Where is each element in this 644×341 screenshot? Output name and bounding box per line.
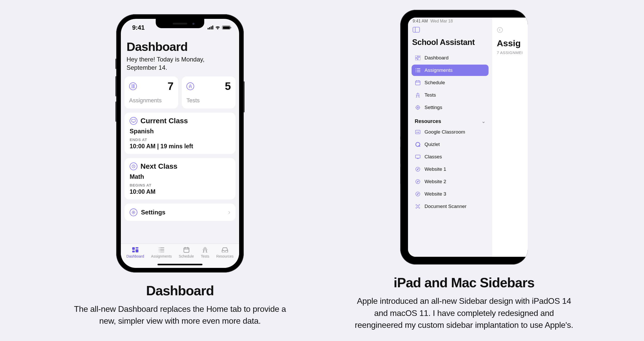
list-icon	[415, 67, 421, 73]
sidebar-item-label: Settings	[425, 105, 442, 110]
svg-rect-10	[418, 56, 420, 57]
sidebar-item-label: Classes	[425, 154, 442, 160]
svg-rect-24	[417, 205, 419, 207]
class-name: Spanish	[130, 128, 230, 135]
iphone-notch	[156, 19, 204, 28]
feature-title: Dashboard	[146, 283, 214, 298]
svg-rect-13	[415, 81, 420, 85]
feature-description: Apple introduced an all-new Sidebar desi…	[350, 295, 578, 331]
sidebar-section-resources[interactable]: Resources ⌄	[412, 114, 489, 126]
card-heading: Next Class	[140, 162, 177, 171]
tab-label: Assignments	[151, 254, 172, 258]
svg-rect-12	[415, 58, 417, 60]
desk-icon	[201, 246, 209, 253]
sidebar-item-assignments[interactable]: Assignments	[412, 65, 489, 76]
sidebar-item-settings[interactable]: Settings	[412, 102, 489, 113]
ipad-frame: 9:41 AM Wed Mar 18 School Assistant Dash…	[400, 10, 528, 265]
safari-icon	[415, 191, 421, 197]
sidebar-item-label: Tests	[425, 92, 436, 98]
back-icon[interactable]	[497, 27, 503, 33]
sidebar-toggle-icon[interactable]	[413, 27, 420, 33]
signal-icon	[208, 26, 213, 29]
settings-row[interactable]: Settings ›	[124, 204, 235, 221]
tab-assignments[interactable]: Assignments	[151, 246, 172, 262]
next-class-card[interactable]: Next Class Math BEGINS AT 10:00 AM	[124, 158, 235, 199]
dashboard-icon	[131, 246, 139, 253]
tab-dashboard[interactable]: Dashboard	[127, 246, 144, 262]
meta-label: ENDS AT	[130, 137, 230, 142]
tab-label: Dashboard	[127, 254, 144, 258]
stat-value: 7	[168, 80, 174, 92]
iphone-frame: 9:41 Dashboard Hey there! Today is Monda…	[116, 14, 244, 273]
sidebar-item-scanner[interactable]: Document Scanner	[412, 201, 489, 212]
stat-card-assignments[interactable]: 7 Assignments	[124, 76, 178, 109]
desk-icon	[415, 92, 421, 98]
stat-label: Tests	[186, 97, 231, 104]
svg-rect-5	[136, 249, 138, 252]
sidebar-item-quizlet[interactable]: Quizlet	[412, 139, 489, 150]
sidebar-item-label: Document Scanner	[425, 204, 467, 209]
sidebar: School Assistant Dashboard Assignments S…	[408, 18, 492, 257]
sidebar-item-website1[interactable]: Website 1	[412, 164, 489, 175]
svg-point-17	[417, 132, 418, 133]
safari-icon	[415, 166, 421, 172]
ipad-status-bar: 9:41 AM Wed Mar 18	[408, 18, 528, 24]
stat-card-tests[interactable]: 5 Tests	[182, 76, 235, 109]
sidebar-item-website2[interactable]: Website 2	[412, 176, 489, 187]
sidebar-item-dashboard[interactable]: Dashboard	[412, 52, 489, 64]
class-name: Math	[130, 173, 230, 180]
settings-label: Settings	[141, 209, 166, 216]
wifi-icon	[215, 26, 221, 30]
chevron-down-icon: ⌄	[482, 119, 485, 124]
tab-label: Tests	[201, 254, 209, 258]
svg-point-23	[416, 192, 420, 196]
tab-tests[interactable]: Tests	[201, 246, 209, 262]
card-heading: Current Class	[140, 117, 188, 125]
meta-label: BEGINS AT	[130, 183, 230, 187]
sidebar-item-label: Website 1	[425, 166, 446, 172]
svg-rect-3	[132, 247, 135, 250]
desk-icon	[186, 82, 194, 90]
sidebar-item-label: Quizlet	[425, 142, 440, 147]
battery-icon	[222, 26, 230, 29]
sidebar-item-tests[interactable]: Tests	[412, 89, 489, 101]
sidebar-item-label: Google Classroom	[425, 129, 465, 135]
sidebar-title: School Assistant	[412, 38, 489, 47]
sidebar-item-label: Website 2	[425, 179, 446, 184]
tab-label: Resources	[216, 254, 234, 258]
tray-icon	[221, 246, 229, 253]
sidebar-item-website3[interactable]: Website 3	[412, 188, 489, 200]
calendar-icon	[415, 80, 421, 86]
sidebar-item-schedule[interactable]: Schedule	[412, 77, 489, 88]
sidebar-item-label: Schedule	[425, 80, 445, 86]
sidebar-item-classes[interactable]: Classes	[412, 151, 489, 162]
status-time: 9:41	[132, 24, 145, 31]
section-label: Resources	[415, 118, 441, 124]
status-date: Wed Mar 18	[430, 19, 453, 24]
svg-rect-7	[184, 248, 189, 252]
svg-point-21	[416, 167, 420, 171]
sidebar-item-label: Website 3	[425, 191, 446, 197]
current-class-card[interactable]: Current Class Spanish ENDS AT 10:00 AM |…	[124, 113, 235, 154]
svg-rect-16	[415, 130, 420, 134]
tab-schedule[interactable]: Schedule	[179, 246, 194, 262]
page-subtitle: Hey there! Today is Monday, September 14…	[124, 54, 235, 77]
content-title: Assig	[497, 38, 528, 48]
tab-resources[interactable]: Resources	[216, 246, 234, 262]
classroom-icon	[415, 129, 421, 135]
status-time: 9:41 AM	[413, 19, 428, 24]
content-meta: 7 ASSIGNMEI	[497, 50, 528, 55]
status-indicators	[208, 26, 230, 30]
svg-rect-4	[136, 247, 138, 249]
sidebar-item-label: Dashboard	[425, 55, 449, 61]
sidebar-item-classroom[interactable]: Google Classroom	[412, 126, 489, 138]
dashboard-icon	[415, 55, 421, 61]
safari-icon	[415, 179, 421, 185]
gear-icon	[415, 104, 421, 111]
svg-point-14	[416, 106, 420, 109]
svg-point-18	[418, 132, 419, 133]
feature-sidebar: 9:41 AM Wed Mar 18 School Assistant Dash…	[350, 10, 578, 331]
meta-value: 10:00 AM | 19 mins left	[130, 143, 230, 150]
scanner-icon	[415, 203, 421, 210]
chevron-right-icon: ›	[228, 208, 230, 216]
